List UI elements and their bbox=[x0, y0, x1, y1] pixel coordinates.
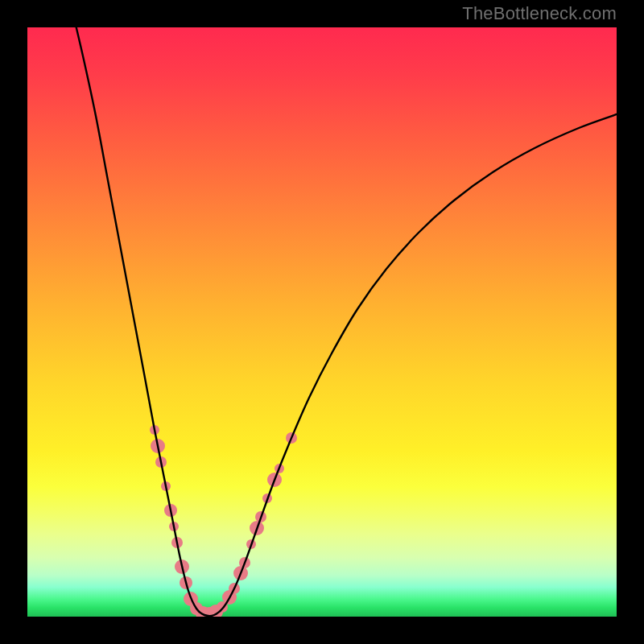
chart-svg bbox=[27, 27, 617, 617]
plot-area bbox=[27, 27, 617, 617]
chart-frame: TheBottleneck.com bbox=[0, 0, 644, 644]
bottleneck-curve bbox=[72, 27, 617, 616]
watermark-text: TheBottleneck.com bbox=[462, 3, 617, 24]
